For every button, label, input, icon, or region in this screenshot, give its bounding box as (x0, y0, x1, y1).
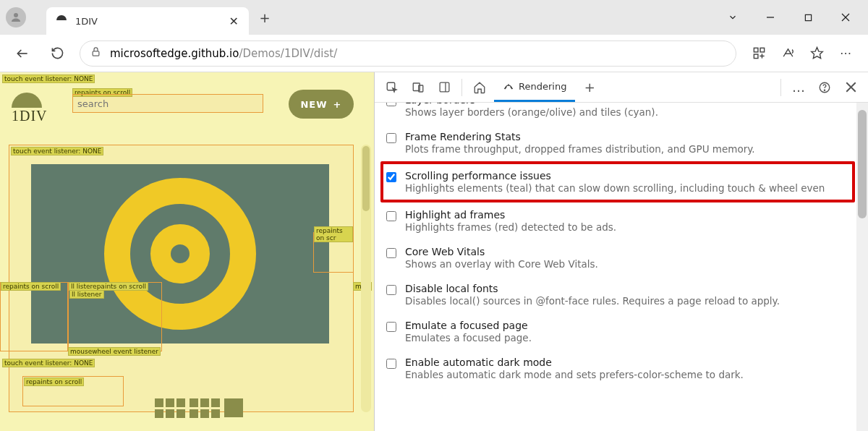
option-desc: Enables automatic dark mode and sets pre… (405, 369, 849, 380)
option-title: Layer borders (405, 103, 849, 106)
browser-tab[interactable]: 1DIV ✕ (46, 7, 249, 35)
option-checkbox[interactable] (386, 211, 396, 221)
svg-rect-17 (440, 82, 449, 92)
more-icon[interactable]: … (787, 76, 810, 99)
option-desc: Highlights elements (teal) that can slow… (405, 182, 849, 194)
option-desc: Emulates a focused page. (405, 332, 849, 343)
option-title: Disable local fonts (405, 283, 849, 294)
option-checkbox[interactable] (386, 359, 396, 369)
lock-icon (90, 46, 101, 60)
svg-rect-9 (754, 54, 758, 59)
new-tab-icon[interactable]: + (578, 76, 601, 99)
logo-text: 1DIV (12, 108, 48, 124)
scrollbar-thumb[interactable] (858, 110, 867, 218)
option-desc: Plots frame throughput, dropped frames d… (405, 143, 849, 155)
tab-favicon-icon (56, 15, 68, 27)
inspect-icon[interactable] (380, 76, 404, 99)
overlay-repaints: repaints on scr (314, 226, 353, 242)
option-title: Highlight ad frames (405, 209, 849, 221)
tab-rendering[interactable]: Rendering (494, 73, 575, 102)
option-title: Frame Rendering Stats (405, 131, 849, 142)
rendering-option: Highlight ad framesHighlights frames (re… (386, 202, 849, 239)
favorite-icon[interactable] (804, 41, 829, 66)
rendering-option: Emulate a focused pageEmulates a focused… (386, 313, 849, 350)
extensions-icon[interactable] (746, 41, 771, 66)
read-aloud-icon[interactable] (775, 41, 800, 66)
option-checkbox[interactable] (386, 133, 396, 143)
settings-menu-icon[interactable]: ⋯ (833, 41, 858, 66)
refresh-button[interactable] (45, 41, 69, 66)
window-controls (716, 6, 862, 29)
page-logo: 1DIV (12, 93, 48, 124)
address-bar[interactable]: microsoftedge.github.io/Demos/1DIV/dist/ (80, 40, 736, 67)
rendering-option: Layer bordersShows layer borders (orange… (386, 103, 849, 124)
window-titlebar: 1DIV ✕ + (0, 0, 868, 35)
close-window-button[interactable] (829, 6, 862, 29)
devtools-panel: Rendering + … Layer bordersShows layer b… (375, 72, 868, 431)
square-thumb-icon[interactable] (224, 398, 243, 417)
option-title: Scrolling performance issues (405, 170, 849, 182)
svg-rect-2 (805, 14, 811, 20)
ring-inner-icon (150, 224, 210, 283)
profile-avatar[interactable] (6, 7, 26, 27)
new-button-label: NEW (300, 99, 327, 110)
option-checkbox[interactable] (386, 285, 396, 295)
svg-rect-7 (754, 48, 758, 52)
minimize-button[interactable] (754, 6, 787, 29)
page-scrollbar[interactable] (361, 145, 371, 412)
overlay-mousewheel: mousewheel event listener (68, 347, 161, 356)
close-tab-icon[interactable]: ✕ (229, 14, 239, 28)
toolbar-actions: ⋯ (746, 41, 858, 66)
browser-toolbar: microsoftedge.github.io/Demos/1DIV/dist/… (0, 35, 868, 72)
devtools-scrollbar[interactable] (856, 103, 868, 431)
overlay-repaints: repaints on scroll (24, 377, 84, 386)
overlay-touch-listener: touch event listener: NONE (2, 359, 95, 367)
rendered-page: touch event listener: NONE 1DIV repaints… (0, 72, 375, 431)
svg-point-20 (824, 90, 825, 90)
url-host: microsoftedge.github.io (110, 47, 239, 60)
dock-icon[interactable] (433, 76, 456, 99)
option-checkbox[interactable] (386, 172, 396, 182)
grid-thumb-icon[interactable] (155, 398, 185, 418)
logo-dome-icon (12, 93, 42, 108)
close-devtools-icon[interactable] (839, 76, 862, 99)
rendering-option: Core Web VitalsShows an overlay with Cor… (386, 239, 849, 276)
new-button[interactable]: NEW+ (289, 90, 354, 119)
scrollbar-thumb[interactable] (362, 146, 370, 211)
rendering-option: Scrolling performance issuesHighlights e… (380, 161, 855, 202)
option-desc: Highlights frames (red) detected to be a… (405, 221, 849, 233)
overlay-listener: ll listener (69, 290, 104, 299)
option-title: Core Web Vitals (405, 246, 849, 257)
option-checkbox[interactable] (386, 103, 396, 106)
demo-card[interactable] (31, 164, 329, 343)
help-icon[interactable] (813, 76, 836, 99)
back-button[interactable] (10, 41, 35, 66)
option-checkbox[interactable] (386, 248, 396, 258)
rendering-option: Disable local fontsDisables local() sour… (386, 276, 849, 313)
option-checkbox[interactable] (386, 322, 396, 332)
devtools-tabbar: Rendering + … (375, 72, 868, 103)
svg-rect-6 (93, 51, 99, 56)
option-desc: Shows an overlay with Core Web Vitals. (405, 258, 849, 270)
tab-title: 1DIV (75, 16, 222, 27)
maximize-button[interactable] (791, 6, 825, 29)
plus-icon: + (333, 99, 342, 110)
chevron-down-icon[interactable] (716, 6, 749, 29)
content-split: touch event listener: NONE 1DIV repaints… (0, 72, 868, 431)
new-tab-button[interactable]: + (253, 6, 276, 29)
device-toggle-icon[interactable] (407, 76, 430, 99)
overlay-touch-listener: touch event listener: NONE (2, 74, 95, 83)
option-desc: Shows layer borders (orange/olive) and t… (405, 106, 849, 118)
svg-rect-8 (760, 48, 765, 52)
search-input[interactable] (72, 94, 263, 113)
thumb-row (20, 398, 243, 418)
overlay-repaints: repaints on scroll (1, 282, 61, 291)
option-title: Enable automatic dark mode (405, 357, 849, 368)
url-text: microsoftedge.github.io/Demos/1DIV/dist/ (110, 47, 337, 60)
grid-thumb-icon[interactable] (190, 398, 220, 418)
ring-outer-icon (104, 178, 256, 330)
welcome-tab-icon[interactable] (468, 76, 491, 99)
overlay-touch-listener: touch event listener: NONE (11, 147, 103, 155)
rendering-option: Enable automatic dark modeEnables automa… (386, 350, 849, 387)
svg-point-0 (14, 13, 18, 17)
